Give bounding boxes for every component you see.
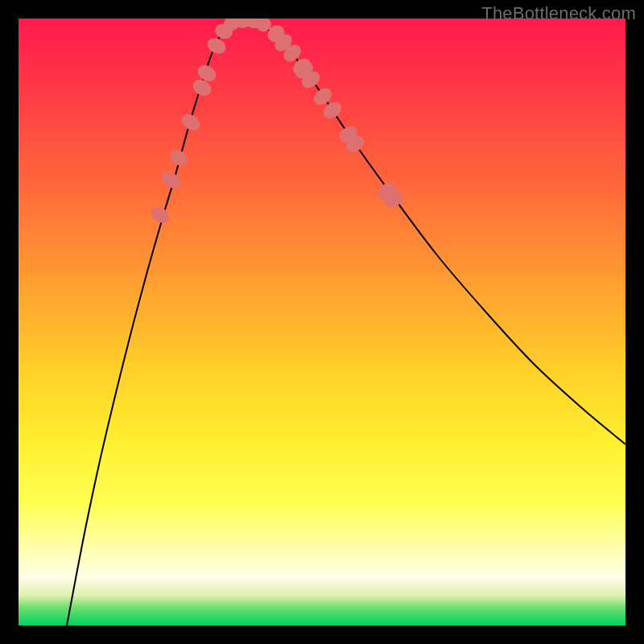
curve-layer [67, 19, 625, 625]
watermark-text: TheBottleneck.com [481, 3, 636, 24]
curve-marker [179, 111, 203, 134]
bottleneck-curve [67, 19, 625, 625]
marker-layer [148, 19, 406, 226]
gradient-plot-area [19, 19, 625, 625]
curve-marker [148, 204, 172, 227]
chart-svg [19, 19, 625, 625]
